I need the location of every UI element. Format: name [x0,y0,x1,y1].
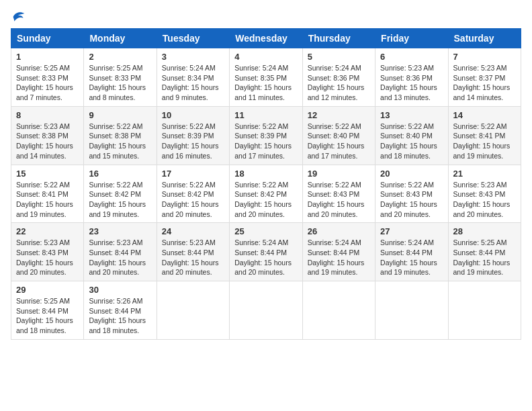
day-info: Sunrise: 5:22 AM Sunset: 8:43 PM Dayligh… [380,180,443,220]
calendar-cell: 5 Sunrise: 5:24 AM Sunset: 8:36 PM Dayli… [302,48,375,107]
day-info: Sunrise: 5:22 AM Sunset: 8:40 PM Dayligh… [380,122,443,161]
page-header [11,11,521,20]
calendar-header-friday: Friday [375,29,448,48]
calendar-cell: 10 Sunrise: 5:22 AM Sunset: 8:39 PM Dayl… [157,106,229,165]
calendar-header-monday: Monday [84,29,157,48]
day-info: Sunrise: 5:25 AM Sunset: 8:33 PM Dayligh… [16,63,79,103]
day-number: 30 [89,285,151,295]
calendar-cell: 11 Sunrise: 5:22 AM Sunset: 8:39 PM Dayl… [230,106,302,165]
day-number: 7 [453,52,516,62]
day-number: 14 [453,110,516,120]
calendar-cell: 18 Sunrise: 5:22 AM Sunset: 8:42 PM Dayl… [230,165,302,223]
day-number: 4 [234,52,297,62]
day-info: Sunrise: 5:24 AM Sunset: 8:36 PM Dayligh… [308,63,370,103]
calendar-week-row: 8 Sunrise: 5:23 AM Sunset: 8:38 PM Dayli… [11,106,521,165]
calendar-cell [157,281,229,340]
calendar-header-tuesday: Tuesday [157,29,229,48]
day-info: Sunrise: 5:23 AM Sunset: 8:43 PM Dayligh… [16,238,79,277]
calendar-cell: 12 Sunrise: 5:22 AM Sunset: 8:40 PM Dayl… [302,106,375,165]
day-info: Sunrise: 5:22 AM Sunset: 8:39 PM Dayligh… [234,122,297,161]
logo-bird-icon [12,11,26,23]
calendar-cell: 28 Sunrise: 5:25 AM Sunset: 8:44 PM Dayl… [448,223,521,281]
calendar-week-row: 15 Sunrise: 5:22 AM Sunset: 8:41 PM Dayl… [11,165,521,223]
calendar-cell: 1 Sunrise: 5:25 AM Sunset: 8:33 PM Dayli… [11,48,84,107]
day-number: 25 [234,226,297,236]
day-info: Sunrise: 5:22 AM Sunset: 8:42 PM Dayligh… [162,180,224,220]
day-number: 8 [16,110,79,120]
calendar-cell: 16 Sunrise: 5:22 AM Sunset: 8:42 PM Dayl… [84,165,157,223]
day-info: Sunrise: 5:24 AM Sunset: 8:44 PM Dayligh… [308,238,370,277]
day-number: 19 [308,169,370,179]
calendar-cell: 20 Sunrise: 5:22 AM Sunset: 8:43 PM Dayl… [375,165,448,223]
calendar-cell: 27 Sunrise: 5:24 AM Sunset: 8:44 PM Dayl… [375,223,448,281]
day-info: Sunrise: 5:24 AM Sunset: 8:44 PM Dayligh… [380,238,443,277]
day-info: Sunrise: 5:23 AM Sunset: 8:43 PM Dayligh… [453,180,516,220]
day-number: 24 [162,226,224,236]
calendar-cell: 17 Sunrise: 5:22 AM Sunset: 8:42 PM Dayl… [157,165,229,223]
calendar-cell: 4 Sunrise: 5:24 AM Sunset: 8:35 PM Dayli… [230,48,302,107]
calendar-cell: 29 Sunrise: 5:25 AM Sunset: 8:44 PM Dayl… [11,281,84,340]
calendar-cell: 7 Sunrise: 5:23 AM Sunset: 8:37 PM Dayli… [448,48,521,107]
day-number: 21 [453,169,516,179]
calendar-header-sunday: Sunday [11,29,84,48]
day-number: 20 [380,169,443,179]
day-info: Sunrise: 5:24 AM Sunset: 8:34 PM Dayligh… [162,63,224,103]
day-number: 3 [162,52,224,62]
day-number: 11 [234,110,297,120]
calendar-cell: 30 Sunrise: 5:26 AM Sunset: 8:44 PM Dayl… [84,281,157,340]
day-number: 28 [453,226,516,236]
calendar-header-saturday: Saturday [448,29,521,48]
day-number: 5 [308,52,370,62]
calendar-week-row: 1 Sunrise: 5:25 AM Sunset: 8:33 PM Dayli… [11,48,521,107]
calendar-cell: 2 Sunrise: 5:25 AM Sunset: 8:33 PM Dayli… [84,48,157,107]
calendar-week-row: 29 Sunrise: 5:25 AM Sunset: 8:44 PM Dayl… [11,281,521,340]
calendar-cell: 23 Sunrise: 5:23 AM Sunset: 8:44 PM Dayl… [84,223,157,281]
day-number: 17 [162,169,224,179]
day-number: 22 [16,226,79,236]
day-info: Sunrise: 5:22 AM Sunset: 8:42 PM Dayligh… [89,180,151,220]
calendar-cell [375,281,448,340]
calendar-week-row: 22 Sunrise: 5:23 AM Sunset: 8:43 PM Dayl… [11,223,521,281]
day-info: Sunrise: 5:23 AM Sunset: 8:37 PM Dayligh… [453,63,516,103]
calendar-header-wednesday: Wednesday [230,29,302,48]
day-number: 10 [162,110,224,120]
day-number: 13 [380,110,443,120]
day-number: 18 [234,169,297,179]
day-info: Sunrise: 5:24 AM Sunset: 8:35 PM Dayligh… [234,63,297,103]
day-info: Sunrise: 5:22 AM Sunset: 8:40 PM Dayligh… [308,122,370,161]
calendar-cell: 26 Sunrise: 5:24 AM Sunset: 8:44 PM Dayl… [302,223,375,281]
calendar-cell: 21 Sunrise: 5:23 AM Sunset: 8:43 PM Dayl… [448,165,521,223]
day-info: Sunrise: 5:22 AM Sunset: 8:41 PM Dayligh… [16,180,79,220]
day-info: Sunrise: 5:23 AM Sunset: 8:38 PM Dayligh… [16,122,79,161]
day-number: 6 [380,52,443,62]
day-info: Sunrise: 5:22 AM Sunset: 8:41 PM Dayligh… [453,122,516,161]
day-info: Sunrise: 5:22 AM Sunset: 8:39 PM Dayligh… [162,122,224,161]
calendar-cell [448,281,521,340]
day-info: Sunrise: 5:22 AM Sunset: 8:42 PM Dayligh… [234,180,297,220]
calendar-cell: 22 Sunrise: 5:23 AM Sunset: 8:43 PM Dayl… [11,223,84,281]
day-info: Sunrise: 5:25 AM Sunset: 8:44 PM Dayligh… [16,296,79,336]
day-number: 29 [16,285,79,295]
calendar-header-row: SundayMondayTuesdayWednesdayThursdayFrid… [11,29,521,48]
day-number: 27 [380,226,443,236]
day-info: Sunrise: 5:23 AM Sunset: 8:44 PM Dayligh… [162,238,224,277]
day-number: 16 [89,169,151,179]
calendar-cell: 19 Sunrise: 5:22 AM Sunset: 8:43 PM Dayl… [302,165,375,223]
day-number: 23 [89,226,151,236]
day-info: Sunrise: 5:23 AM Sunset: 8:44 PM Dayligh… [89,238,151,277]
calendar-cell [230,281,302,340]
day-info: Sunrise: 5:24 AM Sunset: 8:44 PM Dayligh… [234,238,297,277]
day-number: 2 [89,52,151,62]
calendar-cell: 8 Sunrise: 5:23 AM Sunset: 8:38 PM Dayli… [11,106,84,165]
day-number: 9 [89,110,151,120]
day-number: 12 [308,110,370,120]
calendar-cell: 3 Sunrise: 5:24 AM Sunset: 8:34 PM Dayli… [157,48,229,107]
day-number: 1 [16,52,79,62]
day-info: Sunrise: 5:25 AM Sunset: 8:33 PM Dayligh… [89,63,151,103]
day-number: 26 [308,226,370,236]
calendar-cell [302,281,375,340]
calendar-cell: 6 Sunrise: 5:23 AM Sunset: 8:36 PM Dayli… [375,48,448,107]
day-number: 15 [16,169,79,179]
calendar-table: SundayMondayTuesdayWednesdayThursdayFrid… [11,28,521,340]
calendar-cell: 13 Sunrise: 5:22 AM Sunset: 8:40 PM Dayl… [375,106,448,165]
